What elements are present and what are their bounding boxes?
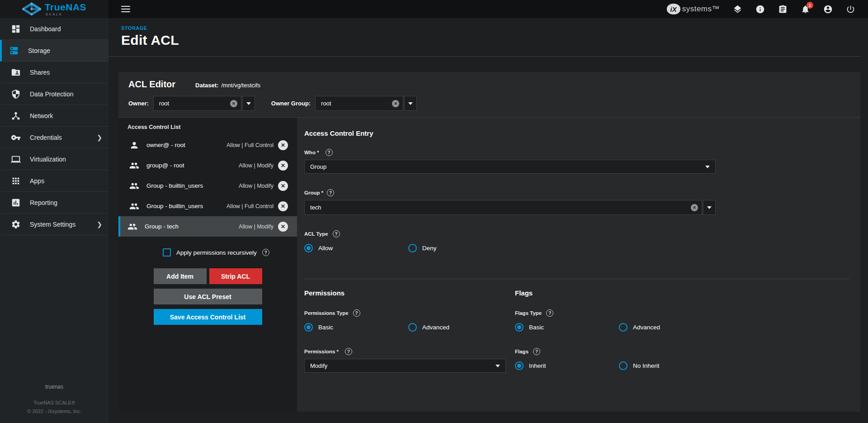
help-icon[interactable]	[327, 189, 334, 196]
permissions-type-basic-option[interactable]: Basic	[304, 323, 408, 332]
apply-recursively-row: Apply permissions recursively	[163, 248, 288, 257]
flags-type-basic-option[interactable]: Basic	[515, 323, 619, 332]
help-icon[interactable]	[546, 309, 553, 317]
group-dropdown-button[interactable]	[703, 200, 716, 215]
truenas-brand[interactable]: TrueNAS SCALE	[0, 0, 108, 18]
menu-toggle-button[interactable]	[121, 6, 130, 12]
owner-group-input[interactable]: root ✕	[315, 96, 403, 111]
add-item-button[interactable]: Add Item	[154, 268, 207, 284]
save-acl-button[interactable]: Save Access Control List	[154, 309, 262, 325]
clear-group-icon[interactable]: ✕	[691, 204, 698, 211]
shield-icon	[11, 89, 21, 99]
flags-no-inherit-option[interactable]: No Inherit	[619, 361, 723, 370]
strip-acl-button[interactable]: Strip ACL	[209, 268, 262, 284]
permissions-heading: Permissions	[304, 289, 515, 297]
help-icon[interactable]	[353, 309, 360, 317]
notifications-bell-icon[interactable]: 1	[800, 4, 810, 14]
remove-ace-button[interactable]: ✕	[278, 201, 288, 211]
copyright: © 2022 - iXsystems, Inc.	[0, 409, 108, 414]
who-select[interactable]: Group	[304, 160, 716, 174]
group-input[interactable]: tech ✕	[304, 200, 702, 215]
group-label: Group *	[304, 190, 323, 195]
group-icon	[127, 222, 137, 232]
radio-checked-icon	[515, 323, 524, 332]
clear-owner-icon[interactable]: ✕	[230, 100, 237, 107]
ace-row[interactable]: group@ - root Allow | Modify ✕	[118, 155, 297, 176]
hostname: truenas	[0, 384, 108, 390]
clear-owner-group-icon[interactable]: ✕	[392, 100, 399, 107]
acl-type-label: ACL Type	[304, 231, 328, 237]
owner-input[interactable]: root ✕	[153, 96, 241, 111]
permissions-section: Permissions Permissions Type Basic	[304, 289, 515, 373]
access-control-entry-panel: Access Control Entry Who * Group Group *	[297, 118, 860, 412]
radio-icon	[408, 323, 417, 332]
key-icon	[11, 133, 21, 143]
sidebar-item-dashboard[interactable]: Dashboard	[0, 18, 108, 40]
sidebar: Dashboard Storage Shares Data Protection…	[0, 18, 108, 423]
flags-type-radio-group: Basic Advanced	[515, 323, 849, 332]
remove-ace-button[interactable]: ✕	[278, 140, 288, 150]
acl-editor-card: ACL Editor Dataset:/mnt/vg/testcifs Owne…	[118, 72, 860, 412]
jobs-clipboard-icon[interactable]	[778, 4, 788, 14]
network-hub-icon	[11, 111, 21, 121]
apply-recursively-checkbox[interactable]	[163, 248, 171, 257]
ace-row[interactable]: owner@ - root Allow | Full Control ✕	[118, 135, 297, 155]
use-acl-preset-button[interactable]: Use ACL Preset	[154, 289, 262, 304]
sidebar-item-apps[interactable]: Apps	[0, 170, 108, 192]
flags-inherit-option[interactable]: Inherit	[515, 361, 619, 370]
notification-badge: 1	[807, 2, 813, 9]
owner-group-dropdown-button[interactable]	[404, 96, 417, 111]
sidebar-item-network[interactable]: Network	[0, 105, 108, 127]
truecommand-layers-icon[interactable]	[732, 4, 742, 14]
permissions-type-advanced-option[interactable]: Advanced	[408, 323, 512, 332]
sidebar-item-credentials[interactable]: Credentials ❯	[0, 127, 108, 148]
ace-row[interactable]: Group - builtin_users Allow | Full Contr…	[118, 196, 297, 216]
help-icon[interactable]	[262, 249, 269, 256]
remove-ace-button[interactable]: ✕	[278, 161, 288, 171]
flags-heading: Flags	[515, 289, 849, 297]
help-icon[interactable]	[345, 348, 352, 355]
who-label: Who *	[304, 150, 319, 155]
power-icon[interactable]	[845, 4, 855, 14]
ace-row[interactable]: Group - builtin_users Allow | Modify ✕	[118, 176, 297, 196]
owner-combo: root ✕	[153, 96, 255, 111]
sidebar-item-data-protection[interactable]: Data Protection	[0, 83, 108, 105]
truenas-logo-icon	[22, 2, 41, 16]
remove-ace-button[interactable]: ✕	[278, 222, 288, 232]
acl-type-allow-option[interactable]: Allow	[304, 244, 408, 252]
sidebar-item-system-settings[interactable]: System Settings ❯	[0, 214, 108, 235]
sidebar-item-virtualization[interactable]: Virtualization	[0, 148, 108, 170]
owner-label: Owner:	[128, 100, 149, 107]
radio-checked-icon	[304, 323, 313, 332]
radio-checked-icon	[515, 361, 524, 370]
info-icon[interactable]	[755, 4, 765, 14]
chevron-right-icon: ❯	[97, 134, 102, 141]
acl-type-deny-option[interactable]: Deny	[408, 244, 512, 252]
account-icon[interactable]	[823, 4, 833, 14]
help-icon[interactable]	[333, 230, 340, 238]
chart-icon	[11, 198, 21, 208]
radio-icon	[619, 361, 627, 370]
help-icon[interactable]	[326, 149, 333, 156]
caret-down-icon	[495, 365, 500, 367]
acl-editor-header: ACL Editor Dataset:/mnt/vg/testcifs Owne…	[118, 72, 860, 118]
remove-ace-button[interactable]: ✕	[278, 181, 288, 191]
caret-down-icon	[408, 102, 413, 105]
sidebar-item-reporting[interactable]: Reporting	[0, 192, 108, 214]
sidebar-item-shares[interactable]: Shares	[0, 62, 108, 83]
owner-group-label: Owner Group:	[271, 100, 311, 107]
permissions-select[interactable]: Modify	[304, 359, 506, 373]
gear-icon	[11, 219, 21, 229]
ace-row-selected[interactable]: Group - tech Allow | Modify ✕	[118, 216, 297, 237]
flags-type-advanced-option[interactable]: Advanced	[619, 323, 723, 332]
chevron-right-icon: ❯	[97, 221, 102, 228]
permissions-type-radio-group: Basic Advanced	[304, 323, 515, 332]
help-icon[interactable]	[533, 348, 540, 355]
breadcrumb[interactable]: STORAGE	[121, 25, 860, 31]
radio-icon	[619, 323, 627, 332]
owner-dropdown-button[interactable]	[242, 96, 255, 111]
group-combo: tech ✕	[304, 200, 849, 215]
sidebar-item-storage[interactable]: Storage	[0, 40, 108, 62]
group-icon	[129, 181, 139, 191]
section-divider	[304, 279, 849, 279]
